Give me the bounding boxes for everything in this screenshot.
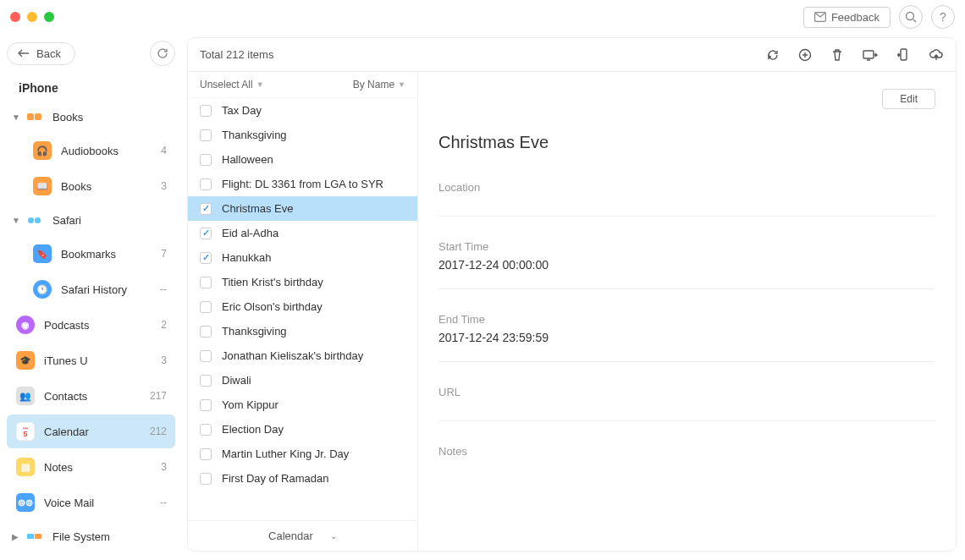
close-window-button[interactable]	[10, 12, 20, 22]
sidebar-item-count: 3	[161, 354, 167, 366]
list-row-label: Halloween	[222, 153, 273, 166]
checkbox[interactable]	[200, 399, 212, 411]
end-time-value: 2017-12-24 23:59:59	[438, 331, 935, 353]
checkbox[interactable]	[200, 154, 212, 166]
edit-button[interactable]: Edit	[882, 89, 935, 109]
sidebar-item-count: --	[160, 497, 167, 508]
chevron-down-icon: ▼	[12, 113, 20, 122]
sidebar-group-safari[interactable]: ▼ Safari	[7, 205, 175, 235]
back-label: Back	[36, 47, 61, 60]
sidebar-item-count: --	[160, 283, 167, 295]
checkbox[interactable]	[200, 350, 212, 362]
checkbox[interactable]	[200, 178, 212, 190]
sidebar-item-safari-history[interactable]: 🕐 Safari History --	[7, 272, 175, 306]
list-row[interactable]: Tax Day	[188, 98, 417, 123]
list-row[interactable]: Diwali	[188, 368, 417, 393]
checkbox[interactable]	[200, 448, 212, 460]
list-row[interactable]: First Day of Ramadan	[188, 466, 417, 491]
book-icon: 📖	[32, 176, 52, 196]
list-row[interactable]: Yom Kippur	[188, 393, 417, 417]
svg-point-1	[907, 13, 914, 20]
to-device-icon[interactable]	[863, 48, 878, 62]
sidebar-item-label: Voice Mail	[44, 497, 160, 509]
list-row[interactable]: Christmas Eve	[188, 196, 417, 221]
refresh-icon[interactable]	[766, 48, 780, 62]
start-time-value: 2017-12-24 00:00:00	[438, 258, 935, 280]
list-row[interactable]: Thanksgiving	[188, 319, 417, 343]
sidebar-item-podcasts[interactable]: ◉ Podcasts 2	[7, 308, 175, 342]
sidebar-item-notes[interactable]: ▤ Notes 3	[7, 450, 175, 484]
to-cloud-icon[interactable]	[929, 48, 944, 62]
list-row-label: Titien Krist's birthday	[222, 276, 323, 288]
sidebar-item-count: 3	[161, 461, 167, 473]
list-row-label: Christmas Eve	[222, 202, 294, 215]
sidebar: Back iPhone ▼ Books 🎧 Audiobooks 4 📖 Boo…	[0, 34, 182, 560]
sidebar-item-label: Books	[61, 180, 161, 193]
sidebar-group-books[interactable]: ▼ Books	[7, 102, 175, 132]
sidebar-item-itunes-u[interactable]: 🎓 iTunes U 3	[7, 343, 175, 377]
list-row[interactable]: Hanukkah	[188, 245, 417, 270]
sidebar-group-file-system[interactable]: ▶ File System	[7, 521, 175, 552]
add-icon[interactable]	[798, 48, 812, 62]
list-row[interactable]: Thanksgiving	[188, 123, 417, 147]
sidebar-item-count: 2	[161, 319, 167, 331]
location-label: Location	[438, 181, 935, 194]
feedback-button[interactable]: Feedback	[803, 7, 891, 28]
search-button[interactable]	[899, 5, 923, 29]
main-header: Total 212 items	[188, 38, 956, 72]
calendar-icon: •••5	[15, 421, 36, 442]
list-row[interactable]: Election Day	[188, 417, 417, 442]
chevron-down-icon: ▼	[398, 80, 405, 89]
zoom-window-button[interactable]	[44, 12, 54, 22]
minimize-window-button[interactable]	[27, 12, 37, 22]
checkbox[interactable]	[200, 228, 212, 239]
checkbox[interactable]	[200, 301, 212, 313]
to-phone-icon[interactable]	[896, 48, 910, 62]
list-row[interactable]: Jonathan Kieliszak's birthday	[188, 343, 417, 368]
chevron-down-icon: ⌄	[330, 531, 337, 541]
checkbox[interactable]	[200, 252, 212, 264]
back-button[interactable]: Back	[7, 42, 75, 65]
sidebar-item-audiobooks[interactable]: 🎧 Audiobooks 4	[7, 134, 175, 167]
checkbox[interactable]	[200, 129, 212, 141]
sidebar-item-voice-mail[interactable]: ⊚⊚ Voice Mail --	[7, 486, 175, 519]
checkbox[interactable]	[200, 375, 212, 387]
checkbox[interactable]	[200, 326, 212, 338]
sort-button[interactable]: By Name ▼	[353, 79, 405, 91]
chevron-down-icon: ▼	[256, 80, 264, 89]
checkbox[interactable]	[200, 424, 212, 436]
sidebar-item-bookmarks[interactable]: 🔖 Bookmarks 7	[7, 237, 175, 271]
window-controls	[10, 12, 54, 22]
contacts-icon: 👥	[15, 386, 36, 406]
sidebar-item-count: 217	[150, 390, 167, 402]
checkbox[interactable]	[200, 277, 212, 288]
sidebar-group-books-label: Books	[52, 111, 83, 124]
list-row[interactable]: Martin Luther King Jr. Day	[188, 442, 417, 466]
delete-icon[interactable]	[830, 48, 844, 62]
chevron-down-icon: ▼	[12, 216, 20, 225]
sidebar-item-count: 4	[161, 145, 167, 156]
sidebar-item-contacts[interactable]: 👥 Contacts 217	[7, 379, 175, 413]
list-row-label: Flight: DL 3361 from LGA to SYR	[222, 178, 383, 190]
help-button[interactable]: ?	[931, 5, 955, 29]
list-row[interactable]: Halloween	[188, 147, 417, 172]
list-row-label: Thanksgiving	[222, 129, 287, 141]
sidebar-item-label: Audiobooks	[61, 145, 161, 157]
checkbox[interactable]	[200, 473, 212, 485]
safari-icon	[24, 210, 44, 230]
list-row[interactable]: Eid al-Adha	[188, 221, 417, 245]
sidebar-item-calendar[interactable]: •••5 Calendar 212	[7, 415, 175, 448]
checkbox[interactable]	[200, 203, 212, 215]
list-row[interactable]: Titien Krist's birthday	[188, 270, 417, 294]
events-list[interactable]: Tax DayThanksgivingHalloweenFlight: DL 3…	[188, 98, 417, 520]
sidebar-item-books[interactable]: 📖 Books 3	[7, 169, 175, 203]
unselect-all-button[interactable]: Unselect All ▼	[200, 79, 264, 91]
refresh-button[interactable]	[150, 41, 175, 66]
sidebar-group-file-system-label: File System	[52, 530, 110, 543]
end-time-label: End Time	[438, 313, 935, 326]
list-row[interactable]: Flight: DL 3361 from LGA to SYR	[188, 172, 417, 196]
list-row[interactable]: Eric Olson's birthday	[188, 294, 417, 319]
list-footer[interactable]: Calendar ⌄	[188, 520, 417, 551]
checkbox[interactable]	[200, 105, 212, 117]
svg-rect-4	[901, 49, 907, 60]
